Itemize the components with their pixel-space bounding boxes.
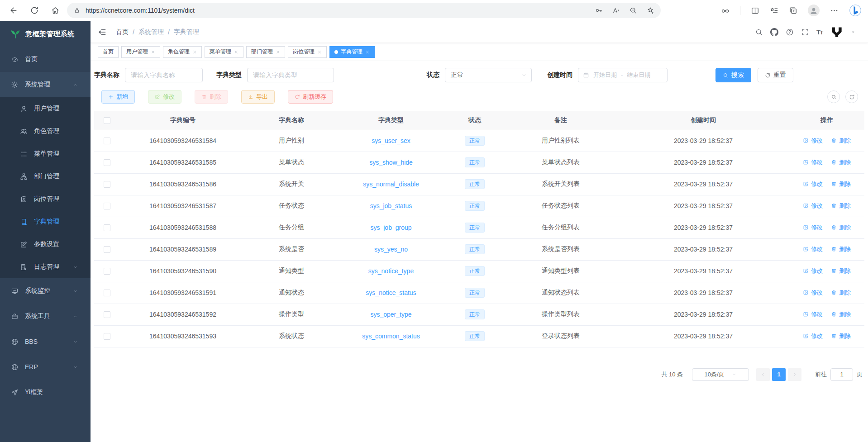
edit-button[interactable]: 修改 xyxy=(148,90,181,104)
row-delete-link[interactable]: 删除 xyxy=(831,202,851,210)
row-checkbox[interactable] xyxy=(104,246,110,253)
sidebar-item-home[interactable]: 首页 xyxy=(0,47,91,72)
browser-profile-avatar[interactable] xyxy=(808,5,820,16)
row-delete-link[interactable]: 删除 xyxy=(831,289,851,297)
sidebar-item-erp[interactable]: ERP xyxy=(0,354,91,380)
sidebar-item-role-mgmt[interactable]: 角色管理 xyxy=(0,120,91,143)
help-icon[interactable] xyxy=(786,28,794,36)
date-range-picker[interactable]: 开始日期 - 结束日期 xyxy=(578,68,668,82)
tab-dept-mgmt[interactable]: 部门管理 xyxy=(246,46,285,58)
row-edit-link[interactable]: 修改 xyxy=(803,223,823,232)
sidebar-item-param-settings[interactable]: 参数设置 xyxy=(0,233,91,256)
close-icon[interactable] xyxy=(192,50,197,54)
dict-type-link[interactable]: sys_normal_disable xyxy=(363,181,419,188)
lock-icon[interactable] xyxy=(73,7,81,14)
row-delete-link[interactable]: 删除 xyxy=(831,310,851,318)
row-checkbox[interactable] xyxy=(104,290,110,296)
page-size-select[interactable]: 10条/页 xyxy=(692,368,749,381)
dict-type-link[interactable]: sys_show_hide xyxy=(369,159,413,166)
row-edit-link[interactable]: 修改 xyxy=(803,332,823,340)
sidebar-item-dept-mgmt[interactable]: 部门管理 xyxy=(0,165,91,188)
user-menu-caret-icon[interactable] xyxy=(851,30,855,34)
add-button[interactable]: 新增 xyxy=(101,90,135,104)
close-icon[interactable] xyxy=(234,50,238,54)
sidebar-item-yi-framework[interactable]: Yi框架 xyxy=(0,380,91,405)
dict-type-link[interactable]: sys_notice_status xyxy=(366,289,416,296)
dict-type-link[interactable]: sys_user_sex xyxy=(372,137,410,144)
tab-user-mgmt[interactable]: 用户管理 xyxy=(121,46,160,58)
dict-type-link[interactable]: sys_notice_type xyxy=(368,267,414,275)
font-size-icon[interactable]: TT xyxy=(816,28,823,36)
close-icon[interactable] xyxy=(276,50,280,54)
export-button[interactable]: 导出 xyxy=(241,90,275,104)
row-delete-link[interactable]: 删除 xyxy=(831,332,851,340)
dict-type-link[interactable]: sys_job_group xyxy=(370,224,411,231)
favorites-icon[interactable] xyxy=(770,6,778,15)
row-checkbox[interactable] xyxy=(104,333,110,340)
sidebar-item-menu-mgmt[interactable]: 菜单管理 xyxy=(0,143,91,165)
row-checkbox[interactable] xyxy=(104,159,110,166)
sidebar-item-post-mgmt[interactable]: 岗位管理 xyxy=(0,188,91,210)
tab-dict-mgmt[interactable]: 字典管理 xyxy=(329,46,375,58)
row-edit-link[interactable]: 修改 xyxy=(803,245,823,253)
row-delete-link[interactable]: 删除 xyxy=(831,267,851,275)
row-edit-link[interactable]: 修改 xyxy=(803,310,823,318)
row-checkbox[interactable] xyxy=(104,181,110,188)
dict-type-link[interactable]: sys_yes_no xyxy=(374,246,408,253)
row-checkbox[interactable] xyxy=(104,138,110,144)
refresh-table-button[interactable] xyxy=(845,90,858,103)
close-icon[interactable] xyxy=(365,50,370,54)
status-select[interactable]: 正常 xyxy=(445,68,532,82)
sidebar-item-system-monitor[interactable]: 系统监控 xyxy=(0,278,91,304)
collections-icon[interactable] xyxy=(789,6,797,15)
row-delete-link[interactable]: 删除 xyxy=(831,223,851,232)
fullscreen-icon[interactable] xyxy=(801,28,809,36)
zoom-out-icon[interactable] xyxy=(629,6,637,14)
reset-button[interactable]: 重置 xyxy=(758,68,793,82)
current-page[interactable]: 1 xyxy=(772,368,786,381)
row-checkbox[interactable] xyxy=(104,311,110,318)
search-button[interactable]: 搜索 xyxy=(715,68,751,82)
user-avatar[interactable] xyxy=(830,25,844,39)
sidebar-item-system-tools[interactable]: 系统工具 xyxy=(0,304,91,329)
sidebar-item-user-mgmt[interactable]: 用户管理 xyxy=(0,97,91,120)
refresh-cache-button[interactable]: 刷新缓存 xyxy=(288,90,333,104)
bing-chat-icon[interactable] xyxy=(849,4,862,17)
sidebar-item-system-mgmt[interactable]: 系统管理 xyxy=(0,72,91,97)
app-logo[interactable]: 意框架管理系统 xyxy=(0,21,91,47)
row-checkbox[interactable] xyxy=(104,203,110,209)
browser-home-icon[interactable] xyxy=(51,6,60,15)
sidebar-item-dict-mgmt[interactable]: 字典管理 xyxy=(0,210,91,233)
breadcrumb-system[interactable]: 系统管理 xyxy=(138,28,164,36)
browser-essentials-icon[interactable] xyxy=(721,6,730,15)
browser-back-icon[interactable] xyxy=(9,6,18,15)
goto-page-input[interactable] xyxy=(830,368,853,381)
select-all-checkbox[interactable] xyxy=(104,117,110,124)
favorite-add-icon[interactable] xyxy=(646,6,654,14)
sidebar-item-bbs[interactable]: BBS xyxy=(0,329,91,354)
row-edit-link[interactable]: 修改 xyxy=(803,137,823,145)
close-icon[interactable] xyxy=(151,50,155,54)
tab-role-mgmt[interactable]: 角色管理 xyxy=(163,46,202,58)
next-page-button[interactable] xyxy=(788,368,801,381)
breadcrumb-home[interactable]: 首页 xyxy=(116,28,129,36)
show-search-toggle-button[interactable] xyxy=(827,90,840,103)
dict-name-input[interactable] xyxy=(125,68,203,82)
row-edit-link[interactable]: 修改 xyxy=(803,202,823,210)
row-edit-link[interactable]: 修改 xyxy=(803,158,823,166)
row-checkbox[interactable] xyxy=(104,224,110,231)
password-icon[interactable] xyxy=(595,6,603,14)
read-aloud-icon[interactable] xyxy=(612,6,620,14)
sidebar-item-log-mgmt[interactable]: 日志管理 xyxy=(0,256,91,278)
row-checkbox[interactable] xyxy=(104,268,110,275)
sidebar-collapse-icon[interactable] xyxy=(98,28,107,37)
row-edit-link[interactable]: 修改 xyxy=(803,267,823,275)
row-delete-link[interactable]: 删除 xyxy=(831,180,851,188)
row-delete-link[interactable]: 删除 xyxy=(831,137,851,145)
row-delete-link[interactable]: 删除 xyxy=(831,245,851,253)
dict-type-link[interactable]: sys_job_status xyxy=(370,202,412,209)
url-text[interactable]: https://ccnetcore.com:1101/system/dict xyxy=(86,7,595,14)
close-icon[interactable] xyxy=(317,50,322,54)
dict-type-link[interactable]: sys_common_status xyxy=(362,333,420,340)
address-bar[interactable]: https://ccnetcore.com:1101/system/dict xyxy=(67,3,661,18)
